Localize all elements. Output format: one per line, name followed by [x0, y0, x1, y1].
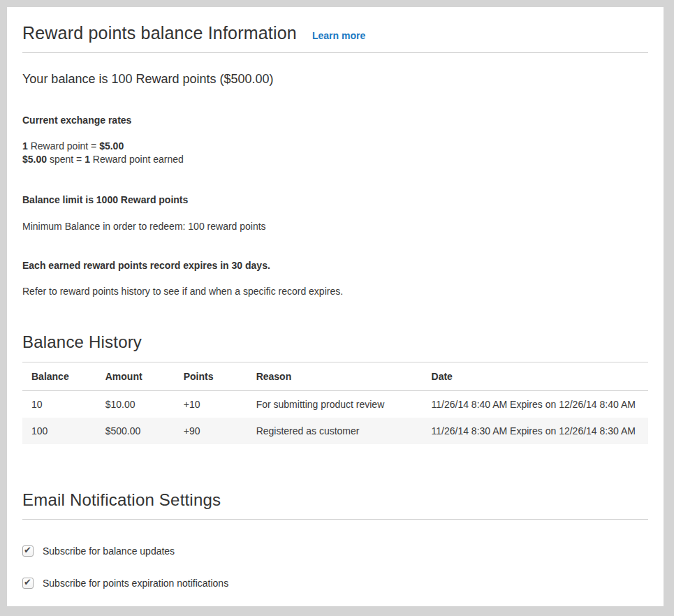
column-header-amount: Amount: [96, 362, 175, 391]
column-header-balance: Balance: [22, 362, 96, 391]
spend-rate-line: $5.00 spent = 1 Reward point earned: [22, 153, 648, 166]
cell-balance: 100: [22, 418, 96, 444]
earn-rate-line: 1 Reward point = $5.00: [22, 140, 648, 153]
column-header-points: Points: [175, 362, 247, 391]
cell-date: 11/26/14 8:40 AM Expires on 12/26/14 8:4…: [423, 391, 648, 418]
learn-more-link[interactable]: Learn more: [312, 30, 365, 41]
expiration-notifications-option: Subscribe for points expiration notifica…: [22, 578, 648, 589]
expiration-note: Refer to reward points history to see if…: [22, 286, 648, 297]
exchange-rates-heading: Current exchange rates: [22, 115, 648, 126]
title-divider: [22, 52, 648, 53]
column-header-date: Date: [423, 362, 648, 391]
page-title-row: Reward points balance Information Learn …: [22, 23, 648, 43]
page-title: Reward points balance Information: [22, 23, 297, 43]
balance-limit-heading: Balance limit is 1000 Reward points: [22, 194, 648, 205]
email-settings-divider: [22, 519, 648, 520]
expiration-notifications-label[interactable]: Subscribe for points expiration notifica…: [43, 578, 228, 589]
cell-reason: Registered as customer: [247, 418, 423, 444]
reward-info-card: Reward points balance Information Learn …: [7, 7, 664, 606]
email-settings-title: Email Notification Settings: [22, 490, 648, 510]
column-header-reason: Reason: [247, 362, 423, 391]
expiration-notifications-checkbox[interactable]: [22, 578, 34, 589]
cell-balance: 10: [22, 391, 96, 418]
balance-history-table: Balance Amount Points Reason Date 10 $10…: [22, 362, 648, 444]
expiration-heading: Each earned reward points record expires…: [22, 260, 648, 271]
cell-points: +10: [175, 391, 247, 418]
balance-summary: Your balance is 100 Reward points ($500.…: [22, 72, 648, 87]
exchange-rate-lines: 1 Reward point = $5.00 $5.00 spent = 1 R…: [22, 140, 648, 166]
cell-date: 11/26/14 8:30 AM Expires on 12/26/14 8:3…: [423, 418, 648, 444]
balance-updates-option: Subscribe for balance updates: [22, 545, 648, 557]
minimum-balance-line: Minimum Balance in order to redeem: 100 …: [22, 221, 648, 232]
table-row: 100 $500.00 +90 Registered as customer 1…: [22, 418, 648, 444]
balance-updates-label[interactable]: Subscribe for balance updates: [43, 545, 175, 557]
balance-updates-checkbox[interactable]: [22, 545, 34, 557]
cell-reason: For submitting product review: [247, 391, 423, 418]
table-header-row: Balance Amount Points Reason Date: [22, 362, 648, 391]
table-row: 10 $10.00 +10 For submitting product rev…: [22, 391, 648, 418]
balance-history-title: Balance History: [22, 332, 648, 352]
cell-amount: $500.00: [96, 418, 175, 444]
cell-amount: $10.00: [96, 391, 175, 418]
cell-points: +90: [175, 418, 247, 444]
